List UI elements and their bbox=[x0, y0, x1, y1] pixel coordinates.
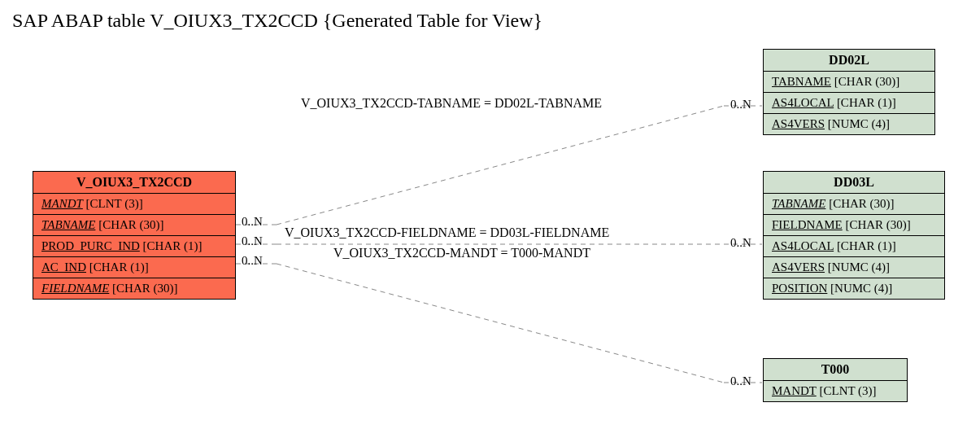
entity-field: AS4LOCAL [CHAR (1)] bbox=[764, 236, 944, 257]
cardinality-left: 0..N bbox=[242, 234, 263, 248]
entity-field: TABNAME [CHAR (30)] bbox=[764, 194, 944, 215]
page-title: SAP ABAP table V_OIUX3_TX2CCD {Generated… bbox=[12, 10, 542, 32]
entity-field: FIELDNAME [CHAR (30)] bbox=[764, 215, 944, 236]
entity-dd03l-header: DD03L bbox=[764, 172, 944, 194]
entity-t000-header: T000 bbox=[764, 359, 907, 381]
entity-field: MANDT [CLNT (3)] bbox=[33, 194, 235, 215]
cardinality-left: 0..N bbox=[242, 254, 263, 268]
entity-field: AS4VERS [NUMC (4)] bbox=[764, 257, 944, 278]
entity-field: AC_IND [CHAR (1)] bbox=[33, 257, 235, 278]
cardinality-right: 0..N bbox=[730, 236, 751, 250]
entity-dd03l: DD03L TABNAME [CHAR (30)] FIELDNAME [CHA… bbox=[763, 171, 945, 300]
relation-label: V_OIUX3_TX2CCD-FIELDNAME = DD03L-FIELDNA… bbox=[285, 225, 609, 240]
entity-field: MANDT [CLNT (3)] bbox=[764, 381, 907, 401]
entity-field: TABNAME [CHAR (30)] bbox=[764, 72, 934, 93]
entity-field: FIELDNAME [CHAR (30)] bbox=[33, 278, 235, 299]
entity-dd02l-header: DD02L bbox=[764, 50, 934, 72]
cardinality-right: 0..N bbox=[730, 98, 751, 112]
relation-label: V_OIUX3_TX2CCD-TABNAME = DD02L-TABNAME bbox=[301, 96, 602, 111]
cardinality-left: 0..N bbox=[242, 215, 263, 229]
svg-line-7 bbox=[277, 264, 724, 383]
entity-field: AS4LOCAL [CHAR (1)] bbox=[764, 93, 934, 114]
entity-t000: T000 MANDT [CLNT (3)] bbox=[763, 358, 908, 402]
entity-field: PROD_PURC_IND [CHAR (1)] bbox=[33, 236, 235, 257]
entity-main: V_OIUX3_TX2CCD MANDT [CLNT (3)] TABNAME … bbox=[33, 171, 236, 300]
svg-line-1 bbox=[277, 106, 724, 225]
entity-dd02l: DD02L TABNAME [CHAR (30)] AS4LOCAL [CHAR… bbox=[763, 49, 935, 135]
relation-label: V_OIUX3_TX2CCD-MANDT = T000-MANDT bbox=[333, 246, 590, 260]
entity-field: POSITION [NUMC (4)] bbox=[764, 278, 944, 299]
entity-main-header: V_OIUX3_TX2CCD bbox=[33, 172, 235, 194]
cardinality-right: 0..N bbox=[730, 374, 751, 388]
entity-field: AS4VERS [NUMC (4)] bbox=[764, 114, 934, 134]
entity-field: TABNAME [CHAR (30)] bbox=[33, 215, 235, 236]
